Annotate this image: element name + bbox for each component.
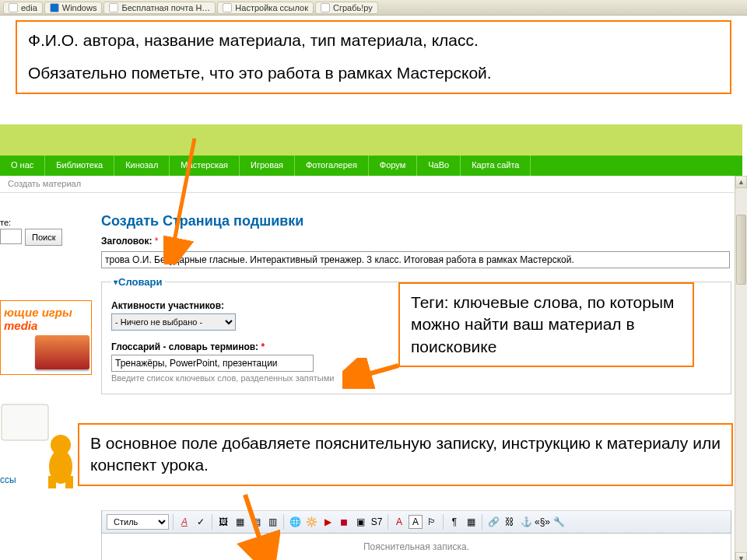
callout-text: Ф.И.О. автора, название материала, тип м…	[28, 30, 719, 51]
table-icon[interactable]: ▦	[464, 515, 478, 529]
text-color-icon[interactable]: A	[392, 515, 406, 529]
separator	[443, 514, 444, 530]
glossary-input[interactable]	[111, 355, 314, 372]
ad-line: ющие игры	[4, 306, 88, 319]
search-button[interactable]: Поиск	[25, 229, 62, 246]
nav-item[interactable]: Библиотека	[45, 156, 114, 176]
nav-item[interactable]: Игровая	[240, 156, 295, 176]
required-icon: *	[261, 341, 265, 352]
link-icon[interactable]: 🔗	[486, 515, 500, 529]
ad-image	[35, 335, 89, 369]
svg-line-7	[245, 495, 266, 558]
scroll-thumb[interactable]	[736, 215, 746, 285]
browser-tab[interactable]: Бесплатная почта Н…	[103, 2, 216, 14]
nav-item[interactable]: О нас	[0, 156, 45, 176]
spellcheck-icon[interactable]: ✓	[194, 515, 208, 529]
style-select[interactable]: Стиль	[107, 514, 169, 530]
arrow-icon	[342, 358, 405, 389]
browser-tab[interactable]: Сграбь!ру	[315, 2, 378, 14]
nav-item[interactable]: Карта сайта	[461, 156, 531, 176]
unlink-icon[interactable]: ⛓	[503, 515, 517, 529]
left-column: те: Поиск ссы ющие игры media	[0, 218, 93, 375]
callout-text: Обязательно пометьте, что это работа в р…	[28, 62, 719, 84]
editor-body[interactable]: Пояснительная записка.	[101, 534, 731, 560]
svg-rect-0	[2, 404, 48, 440]
svg-line-5	[171, 138, 195, 257]
media-icon[interactable]: ▣	[353, 515, 367, 529]
arrow-icon	[233, 490, 280, 560]
favicon-icon	[109, 3, 118, 12]
callout-body: В основное поле добавляете пояснительную…	[78, 423, 733, 486]
nav-item[interactable]: ЧаВо	[417, 156, 461, 176]
pilcrow-icon[interactable]: ¶	[447, 515, 461, 529]
breadcrumb: Создать материал	[0, 176, 742, 193]
title-label: Заголовок:	[101, 236, 152, 247]
favicon-icon	[50, 3, 59, 12]
svg-rect-4	[65, 476, 73, 488]
site-header	[0, 124, 742, 156]
separator	[283, 514, 284, 530]
callout-tags: Теги: ключевые слова, по которым можно н…	[398, 282, 694, 367]
search-input[interactable]	[0, 229, 22, 244]
browser-tab[interactable]: Windows	[44, 2, 103, 14]
sidebar-ad[interactable]: ющие игры media	[0, 300, 92, 375]
ad-line: media	[4, 319, 88, 332]
anchor-icon[interactable]: ⚓	[519, 515, 533, 529]
editor-toolbar: Стиль A ✓ 🖼 ▦ ▤ ▥ 🌐 🔆 ▶ ◼ ▣ S7 A A 🏳 ¶ ▦…	[101, 510, 731, 534]
svg-line-6	[349, 366, 398, 380]
callout-author-info: Ф.И.О. автора, название материала, тип м…	[16, 20, 731, 94]
browser-tab[interactable]: edia	[3, 2, 43, 14]
separator	[212, 514, 212, 530]
media-icon[interactable]: S7	[370, 515, 384, 529]
separator	[173, 514, 174, 530]
flag-icon[interactable]: 🏳	[425, 515, 439, 529]
browser-tab[interactable]: Настройка ссылок	[217, 2, 314, 14]
media-icon[interactable]: 🔆	[304, 515, 318, 529]
arrow-icon	[163, 132, 210, 264]
scrollbar[interactable]: ▲ ▼	[735, 176, 747, 560]
format-icon[interactable]: A	[177, 515, 191, 529]
browser-tabstrip: edia Windows Бесплатная почта Н… Настрой…	[0, 0, 747, 16]
separator	[388, 514, 388, 530]
required-icon: *	[155, 236, 159, 247]
svg-rect-3	[48, 476, 56, 488]
fieldset-legend[interactable]: Словари	[111, 276, 165, 288]
nav-item[interactable]: Форум	[369, 156, 417, 176]
favicon-icon	[9, 3, 18, 12]
scroll-up-icon[interactable]: ▲	[735, 176, 747, 188]
main-nav: О нас Библиотека Кинозал Мастерская Игро…	[0, 156, 742, 176]
search-label-fragment: те:	[0, 218, 93, 227]
activity-select[interactable]: - Ничего не выбрано -	[111, 313, 236, 331]
favicon-icon	[321, 3, 330, 12]
media-icon[interactable]: 🌐	[288, 515, 302, 529]
scroll-down-icon[interactable]: ▼	[735, 552, 747, 560]
section-icon[interactable]: «§»	[535, 515, 549, 529]
bg-color-icon[interactable]: A	[409, 515, 423, 529]
glossary-help: Введите список ключевых слов, разделенны…	[111, 373, 721, 383]
tool-icon[interactable]: 🔧	[552, 515, 566, 529]
nav-item[interactable]: Кинозал	[114, 156, 170, 176]
favicon-icon	[223, 3, 232, 12]
nav-item[interactable]: Фотогалерея	[295, 156, 369, 176]
youtube-icon[interactable]: ▶	[321, 515, 335, 529]
separator	[482, 514, 482, 530]
image-icon[interactable]: 🖼	[216, 515, 230, 529]
media-icon[interactable]: ◼	[337, 515, 351, 529]
